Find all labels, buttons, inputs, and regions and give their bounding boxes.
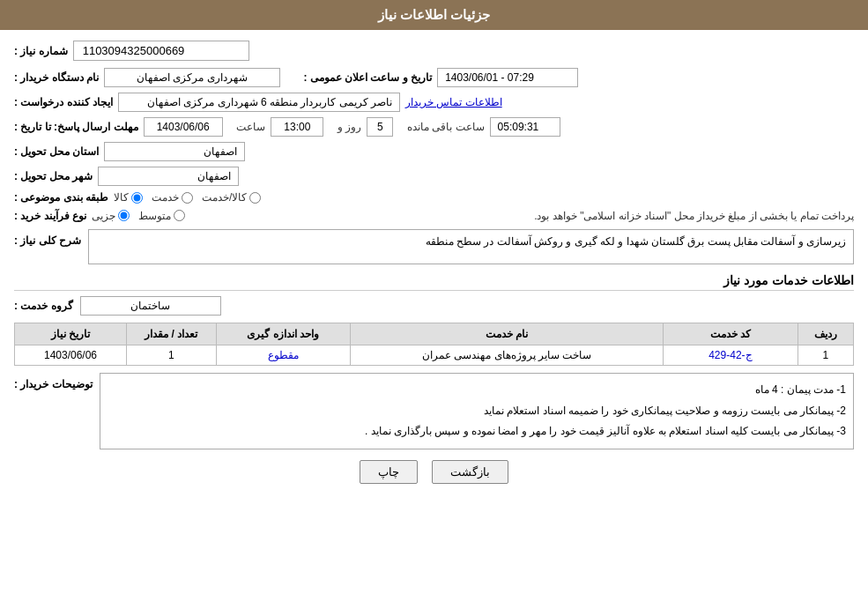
saat-label: ساعت [236,121,265,133]
back-button[interactable]: بازگشت [432,460,508,484]
tabaqe-khedmat: خدمت [152,191,179,204]
radio-jozii-input[interactable] [118,210,130,221]
shahr-label: شهر محل تحویل : [14,170,93,182]
shomareNiaz-value: 1103094325000669 [73,41,249,61]
tabaqe-kala-khedmat: کالا/خدمت [202,191,247,204]
tosihaat-box: 1- مدت پیمان : 4 ماه 2- پیمانکار می بایس… [100,373,854,449]
radio-khedmat: خدمت [152,191,193,204]
noeFarayand-label: نوع فرآیند خرید : [14,210,86,222]
th-date: تاریخ نیاز [15,323,127,345]
page-title: جزئیات اطلاعات نیاز [378,7,490,22]
saat-value: 13:00 [271,117,323,137]
ijadkonnende-value: ناصر کریمی کاربردار منطقه 6 شهرداری مرکز… [118,93,400,112]
cell-radif: 1 [798,345,853,366]
taarikh-elan-label: تاریخ و ساعت اعلان عمومی : [303,71,432,84]
cell-unit: مقطوع [216,345,350,366]
th-code: کد خدمت [664,323,798,345]
shomareNiaz-label: شماره نیاز : [14,45,68,57]
baghimandeh-label: ساعت باقی مانده [407,121,485,133]
roz-value: 5 [367,117,393,137]
services-table: ردیف کد خدمت نام خدمت واحد اندازه گیری ت… [14,323,854,366]
cell-name: ساخت سایر پروژه‌های مهندسی عمران [350,345,663,366]
namdastgah-label: نام دستگاه خریدار : [14,71,99,84]
th-count: تعداد / مقدار [126,323,216,345]
cell-date: 1403/06/06 [15,345,127,366]
tabaqe-kala: کالا [114,191,129,204]
tosihaat-line-2: 2- پیمانکار می بایست رزومه و صلاحیت پیما… [108,402,846,421]
ostan-value: اصفهان [104,142,245,161]
namdastgah-value: شهرداری مرکزی اصفهان [104,68,280,87]
radio-jozii: جزیی [92,210,130,222]
roz-label: روز و [338,121,361,133]
radio-kala-input[interactable] [131,192,143,204]
noeFarayand-note: پرداخت تمام یا بخشی از مبلغ خریداز محل "… [199,210,854,222]
motavasset-label: متوسط [138,210,171,222]
jozii-label: جزیی [92,210,115,222]
radio-kala: کالا [114,191,143,204]
radio-kala-khedmat: کالا/خدمت [202,191,261,204]
baghimandeh-value: 05:09:31 [490,117,560,137]
th-name: نام خدمت [350,323,663,345]
table-row: 1 ج-42-429 ساخت سایر پروژه‌های مهندسی عم… [15,345,854,366]
tosihaat-label: توضیحات خریدار : [14,378,93,390]
radio-kala-khedmat-input[interactable] [249,192,261,204]
th-radif: ردیف [798,323,853,345]
ijadkonnende-label: ایجاد کننده درخواست : [14,96,113,108]
khadamat-title: اطلاعات خدمات مورد نیاز [14,273,854,291]
tosihaat-line-3: 3- پیمانکار می بایست کلیه اسناد استعلام … [108,422,846,442]
cell-count: 1 [126,345,216,366]
shahr-value: اصفهان [98,167,239,186]
date-value: 1403/06/06 [144,117,223,137]
taarikh-elan-value: 1403/06/01 - 07:29 [437,68,578,87]
ettelaat-tamas-link[interactable]: اطلاعات تماس خریدار [405,96,502,108]
mohlat-label: مهلت ارسال پاسخ: تا تاریخ : [14,121,138,133]
print-button[interactable]: چاپ [360,460,418,484]
radio-motavasset-input[interactable] [174,210,185,221]
th-unit: واحد اندازه گیری [216,323,350,345]
page-header: جزئیات اطلاعات نیاز [0,0,868,30]
radio-khedmat-input[interactable] [182,192,193,204]
tosihaat-line-1: 1- مدت پیمان : 4 ماه [108,381,846,400]
cell-code: ج-42-429 [664,345,798,366]
sharh-value: زیرسازی و آسفالت مقابل پست برق گلستان شه… [426,235,846,248]
groheKhadamat-value: ساختمان [80,296,221,316]
groheKhadamat-label: گروه خدمت : [14,300,73,312]
sharh-label: شرح کلی نیاز : [14,234,81,247]
buttons-row: بازگشت چاپ [14,460,854,484]
radio-motavasset: متوسط [138,210,185,222]
tabaqebandi-label: طبقه بندی موضوعی : [14,191,108,204]
ostan-label: استان محل تحویل : [14,145,99,158]
